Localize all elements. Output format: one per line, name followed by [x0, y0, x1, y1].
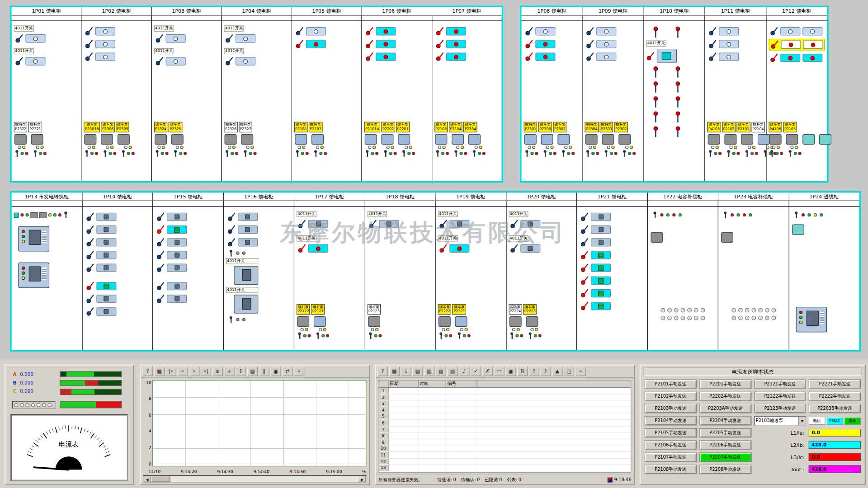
disconnect-switch[interactable] [708, 52, 740, 62]
motor-box[interactable] [382, 134, 394, 145]
control-group[interactable] [439, 328, 453, 339]
breaker-unit[interactable] [234, 266, 258, 285]
motor-box[interactable] [14, 134, 27, 145]
vertical-lever[interactable] [653, 96, 658, 108]
send-button-P2105[interactable]: P2105手动发送 [645, 428, 697, 438]
control-group[interactable] [368, 328, 382, 339]
view-settings-icon[interactable]: ▦ [389, 367, 400, 376]
help-icon[interactable]: ? [142, 367, 153, 376]
vertical-lever[interactable] [675, 96, 680, 108]
control-group[interactable] [561, 145, 575, 157]
disconnect-switch[interactable] [294, 26, 327, 37]
motor-box[interactable] [101, 134, 113, 145]
disconnect-switch[interactable] [579, 211, 612, 222]
help-icon[interactable]: ? [377, 367, 388, 376]
refresh-icon[interactable]: ↓ [401, 367, 411, 376]
vertical-lever[interactable] [675, 66, 680, 78]
mode-button-3[interactable]: 泵体 [844, 417, 861, 424]
disconnect-switch[interactable] [294, 39, 327, 49]
vertical-lever[interactable] [675, 81, 680, 93]
vertical-lever[interactable] [653, 81, 658, 93]
control-group[interactable] [401, 145, 415, 157]
table-row[interactable]: 11 [378, 452, 631, 458]
control-group[interactable] [295, 145, 309, 157]
send-button-P2108[interactable]: P2108手动发送 [645, 465, 697, 474]
columns-icon[interactable]: ◫ [564, 367, 574, 376]
disconnect-switch[interactable] [434, 39, 467, 49]
event-list-icon[interactable]: ▤ [412, 367, 423, 376]
disconnect-switch[interactable] [85, 237, 117, 248]
send-button-P2107[interactable]: P2107手动发送 [645, 453, 697, 462]
sound-icon[interactable]: ♪ [459, 367, 469, 376]
motor-box[interactable] [171, 134, 184, 145]
disconnect-switch[interactable] [224, 33, 257, 44]
vertical-lever[interactable] [675, 27, 680, 38]
send-button-P2222[interactable]: P2222手动发送 [809, 392, 861, 401]
disconnect-switch[interactable] [85, 263, 117, 273]
motor-box[interactable] [435, 134, 447, 145]
control-group[interactable] [365, 145, 379, 157]
disconnect-switch[interactable] [155, 211, 188, 222]
scroll-right-button[interactable]: ▶ [359, 476, 366, 482]
table-row[interactable]: 3 [378, 401, 631, 407]
table-row[interactable]: 8 [378, 433, 631, 439]
send-button-P2102[interactable]: P2102手动发送 [645, 392, 697, 401]
disconnect-switch[interactable] [224, 56, 257, 66]
control-group[interactable] [435, 145, 449, 157]
motor-box[interactable] [526, 316, 538, 327]
vertical-scale-icon[interactable]: ↕ [236, 367, 246, 376]
motor-box[interactable] [741, 134, 753, 145]
send-button-P2201[interactable]: P2201手动发送 [699, 380, 751, 389]
send-button-P2207[interactable]: P2207手动发送 [699, 453, 751, 462]
sort-icon[interactable]: ⇅ [517, 367, 528, 376]
filter-icon[interactable]: ▲ [552, 367, 562, 376]
chevron-down-icon[interactable]: ▼ [798, 417, 806, 425]
disconnect-switch[interactable] [579, 263, 612, 273]
disconnect-switch[interactable] [84, 52, 117, 62]
disconnect-switch[interactable] [84, 26, 117, 37]
control-group[interactable] [173, 145, 187, 157]
trend-scrollbar[interactable]: ◀ ▶ [143, 475, 366, 483]
disconnect-switch[interactable] [155, 237, 188, 248]
motor-box[interactable] [619, 134, 631, 145]
motor-box[interactable] [295, 134, 307, 145]
trend-setup-icon[interactable]: ▦ [154, 367, 165, 376]
main-breaker[interactable] [646, 49, 676, 63]
control-group[interactable] [622, 145, 636, 157]
send-button-P2205[interactable]: P2205手动发送 [699, 428, 751, 438]
breaker-device[interactable] [18, 263, 49, 288]
control-group[interactable] [528, 328, 542, 339]
pump-selector-dropdown[interactable]: P2103输送泵▼ [754, 416, 806, 426]
disconnect-switch[interactable] [297, 243, 329, 253]
motor-box[interactable] [786, 134, 798, 145]
disconnect-switch[interactable] [769, 52, 823, 63]
trend-plot[interactable] [152, 380, 366, 466]
scroll-thumb[interactable] [151, 476, 170, 482]
data-transfer-icon[interactable]: ⇄ [282, 367, 292, 376]
send-button-P2203B[interactable]: P2203B手动发送 [809, 404, 861, 413]
motor-box[interactable] [792, 224, 804, 235]
motor-box[interactable] [509, 316, 521, 327]
note-icon[interactable]: ▭ [494, 367, 504, 376]
disconnect-switch[interactable] [85, 294, 117, 304]
motor-box[interactable] [368, 316, 380, 327]
vertical-lever[interactable] [653, 66, 658, 78]
disconnect-switch[interactable] [579, 288, 612, 298]
send-button-P2121[interactable]: P2121手动发送 [754, 380, 806, 389]
control-group[interactable] [85, 145, 99, 157]
motor-box[interactable] [439, 316, 451, 327]
motor-box[interactable] [769, 134, 781, 145]
motor-box[interactable] [541, 134, 553, 145]
vertical-lever[interactable] [675, 111, 680, 123]
mode-button-1[interactable]: 电机 [809, 417, 826, 424]
control-group[interactable] [509, 328, 523, 339]
motor-box[interactable] [297, 316, 309, 327]
move-top-icon[interactable]: ⇑ [540, 367, 551, 376]
control-group[interactable] [585, 145, 599, 157]
disconnect-switch[interactable] [297, 219, 329, 229]
acknowledge-icon[interactable]: ✓ [471, 367, 481, 376]
control-group[interactable] [121, 145, 135, 157]
scroll-track[interactable] [170, 476, 359, 482]
disconnect-switch[interactable] [364, 52, 397, 62]
disconnect-switch[interactable] [509, 219, 541, 229]
